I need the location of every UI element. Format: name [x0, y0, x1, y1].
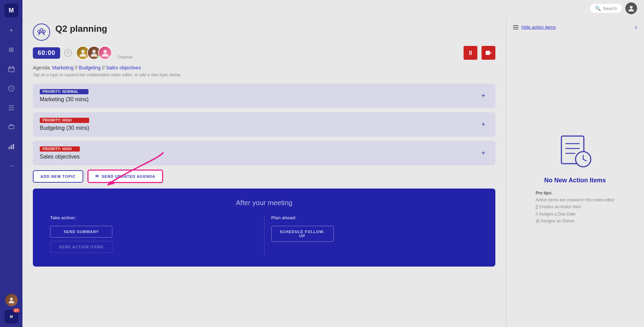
pro-tips-section: Pro tips: Action items are created in th…: [535, 190, 614, 225]
email-icon: ✉: [95, 174, 99, 179]
after-meeting-section: After your meeting Take action: SEND SUM…: [33, 189, 495, 267]
sidebar-item-clock[interactable]: [5, 82, 18, 95]
svg-point-19: [40, 29, 43, 31]
topic-left-marketing: PRIORITY: NORMAL Marketing (30 mins): [40, 89, 88, 103]
topic-name-sales: Sales objectives: [40, 154, 80, 160]
after-meeting-title: After your meeting: [43, 199, 485, 207]
search-icon: 🔍: [595, 6, 601, 11]
main-content: 🔍 Search: [22, 0, 644, 327]
sidebar-logo[interactable]: M: [4, 3, 18, 17]
svg-point-24: [103, 50, 107, 53]
agenda-hint: Tap on a topic to expand the collaborati…: [33, 73, 495, 77]
meeting-controls-row: 60:00 ?: [33, 46, 495, 60]
badge-count: 27: [13, 308, 19, 312]
pause-button[interactable]: ⏸: [464, 46, 477, 60]
tip1: [] Creates an Action Item: [535, 203, 614, 210]
take-action-col: Take action: SEND SUMMARY SEND ACTION IT…: [43, 215, 264, 256]
priority-badge-normal: PRIORITY: NORMAL: [40, 89, 88, 94]
send-agenda-label: SEND UPDATED AGENDA: [102, 174, 155, 179]
sidebar-item-grid[interactable]: ⊞: [5, 44, 18, 56]
svg-point-15: [10, 298, 13, 300]
pro-tips-title: Pro tips:: [535, 191, 552, 195]
panel-header-left: Hide action items: [513, 25, 556, 30]
agenda-label: Agenda:: [33, 65, 51, 70]
sidebar-item-list[interactable]: [5, 102, 18, 114]
svg-rect-14: [13, 144, 14, 149]
send-updated-agenda-button[interactable]: ✉ SEND UPDATED AGENDA: [87, 170, 163, 183]
agenda-separator-1: //: [75, 65, 79, 70]
topbar: 🔍 Search: [22, 0, 644, 17]
expand-sales-btn[interactable]: +: [478, 148, 488, 158]
meeting-title: Q2 planning: [55, 23, 107, 34]
tip2: // Assigns a Due Date: [535, 211, 614, 218]
expand-budgeting-btn[interactable]: +: [478, 119, 488, 130]
take-action-label: Take action:: [50, 215, 257, 220]
participants-row: [76, 46, 112, 60]
svg-rect-13: [11, 145, 12, 149]
search-bar[interactable]: 🔍 Search: [590, 4, 622, 13]
agenda-link-sales[interactable]: Sales objectives: [106, 65, 141, 70]
topic-name-budgeting: Budgeting (30 mins): [40, 125, 89, 131]
expand-marketing-btn[interactable]: +: [478, 91, 488, 101]
priority-badge-high-budgeting: PRIORITY: HIGH: [40, 118, 89, 123]
sidebar-item-layers[interactable]: [5, 121, 18, 133]
sidebar-item-add[interactable]: +: [5, 24, 18, 37]
user-avatar-top[interactable]: [625, 2, 637, 14]
tip3: @ Assigns an Owner: [535, 218, 614, 224]
svg-text:M: M: [10, 315, 12, 319]
user-avatar-sidebar[interactable]: [5, 294, 18, 306]
topic-left-sales: PRIORITY: HIGH Sales objectives: [40, 146, 80, 160]
page-layout: Q2 planning 60:00 ?: [22, 17, 644, 327]
schedule-followup-button[interactable]: SCHEDULE FOLLOW-UP: [271, 226, 334, 242]
svg-line-6: [11, 88, 12, 89]
participant-avatar-3[interactable]: [98, 46, 112, 60]
svg-point-23: [92, 50, 96, 53]
agenda-link-marketing[interactable]: Marketing: [52, 65, 73, 70]
search-label: Search: [603, 6, 617, 11]
sidebar-item-arrow-right[interactable]: →: [5, 160, 18, 172]
svg-point-21: [38, 30, 40, 32]
after-meeting-cols: Take action: SEND SUMMARY SEND ACTION IT…: [43, 215, 485, 256]
agenda-separator-2: //: [102, 65, 106, 70]
logo-icon: M: [9, 7, 14, 14]
priority-badge-high-sales: PRIORITY: HIGH: [40, 146, 80, 152]
svg-rect-11: [10, 125, 13, 125]
info-icon[interactable]: ?: [64, 49, 72, 57]
timer-badge: 60:00: [33, 47, 60, 59]
agenda-row: Agenda: Marketing // Budgeting // Sales …: [33, 65, 495, 70]
sidebar-item-calendar[interactable]: [5, 63, 18, 75]
topic-card-sales[interactable]: PRIORITY: HIGH Sales objectives +: [33, 141, 495, 165]
action-items-icon: [556, 133, 594, 171]
send-action-items-button[interactable]: SEND ACTION ITEMS: [50, 241, 112, 253]
svg-rect-0: [9, 67, 14, 72]
no-action-items-panel: No New Action Items Pro tips: Action ite…: [513, 38, 637, 320]
agenda-link-budgeting[interactable]: Budgeting: [79, 65, 101, 70]
meeting-icon: [33, 23, 50, 41]
panel-header: Hide action items ›: [513, 23, 637, 31]
no-action-items-title: No New Action Items: [544, 177, 606, 184]
plan-ahead-label: Plan ahead:: [271, 215, 478, 220]
chevron-right-icon[interactable]: ›: [635, 23, 637, 31]
plan-ahead-col: Plan ahead: SCHEDULE FOLLOW-UP: [264, 215, 485, 256]
meeting-header: Q2 planning: [33, 23, 495, 41]
topic-card-budgeting[interactable]: PRIORITY: HIGH Budgeting (30 mins) +: [33, 112, 495, 137]
send-summary-button[interactable]: SEND SUMMARY: [50, 226, 112, 238]
notification-badge[interactable]: M 27: [4, 310, 18, 324]
svg-point-22: [81, 50, 85, 53]
sidebar-item-chart[interactable]: [5, 140, 18, 153]
topic-card-marketing[interactable]: PRIORITY: NORMAL Marketing (30 mins) +: [33, 84, 495, 108]
svg-rect-25: [486, 51, 490, 55]
hide-action-items-link[interactable]: Hide action items: [521, 25, 556, 30]
record-button[interactable]: [482, 46, 495, 60]
hamburger-icon[interactable]: [513, 25, 519, 29]
right-panel: Hide action items › No New Action: [506, 17, 644, 327]
svg-marker-26: [490, 52, 491, 54]
svg-point-18: [630, 6, 633, 9]
pro-tips-text: Action items are created in the notes ed…: [535, 196, 614, 203]
svg-point-20: [43, 30, 45, 32]
topic-left-budgeting: PRIORITY: HIGH Budgeting (30 mins): [40, 118, 89, 131]
meeting-content-area: Q2 planning 60:00 ?: [22, 17, 506, 327]
organizer-label: Organizer: [118, 55, 133, 60]
add-new-topic-button[interactable]: ADD NEW TOPIC: [33, 170, 83, 183]
topic-name-marketing: Marketing (30 mins): [40, 96, 88, 103]
